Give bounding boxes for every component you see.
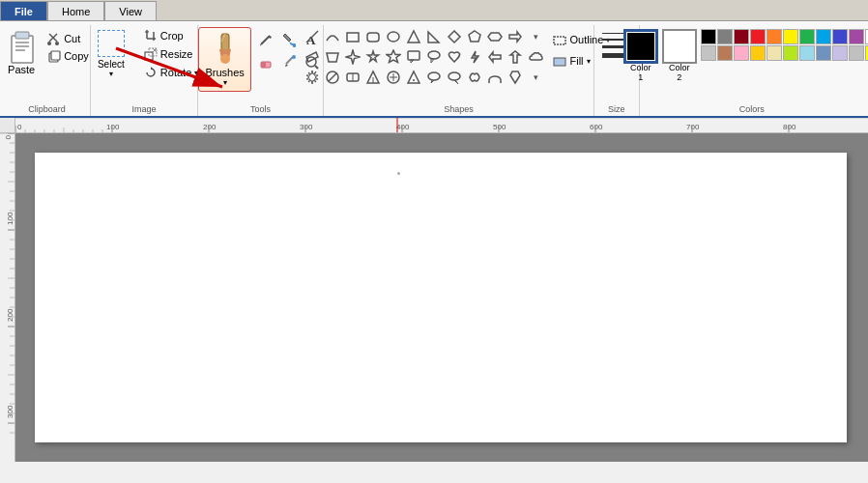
- color1-box: [623, 29, 658, 64]
- shape-extra9[interactable]: [465, 68, 484, 87]
- size-group-label: Size: [594, 104, 639, 114]
- more-shapes[interactable]: ▾: [526, 27, 545, 46]
- curved-callout[interactable]: [445, 68, 464, 87]
- crop-label: Crop: [160, 30, 184, 42]
- callout-oval-shape[interactable]: [424, 47, 444, 67]
- callout-cloud[interactable]: [526, 47, 545, 67]
- svg-point-8: [55, 42, 59, 45]
- triangle-shape[interactable]: [404, 27, 423, 46]
- shape-extra6[interactable]: [404, 68, 423, 87]
- arrow-left-shape[interactable]: [485, 47, 505, 67]
- brushes-arrow: ▾: [223, 78, 227, 87]
- shape-extra11[interactable]: [506, 68, 525, 87]
- right-triangle-shape[interactable]: [424, 27, 444, 46]
- lightning-shape[interactable]: [465, 47, 484, 67]
- color-purple-dark[interactable]: [849, 29, 864, 44]
- tab-home[interactable]: Home: [47, 1, 104, 20]
- color-orange-dark[interactable]: [750, 29, 766, 44]
- cut-label: Cut: [64, 33, 80, 44]
- fill-tool-button[interactable]: [278, 29, 300, 50]
- svg-marker-43: [469, 31, 480, 42]
- svg-line-60: [329, 73, 336, 81]
- svg-text:200: 200: [6, 308, 14, 322]
- shape-extra3[interactable]: [343, 68, 362, 87]
- clipboard-group: Paste Cut: [4, 25, 91, 116]
- color-red2[interactable]: [734, 45, 749, 61]
- speech-bubble[interactable]: [424, 68, 444, 87]
- 4star-shape[interactable]: [343, 47, 362, 67]
- color-indigo-dark[interactable]: [832, 29, 848, 44]
- select-button[interactable]: Select ▾: [87, 27, 135, 81]
- canvas-scroll-area[interactable]: [15, 133, 868, 462]
- color-black[interactable]: [701, 29, 716, 44]
- pentagon-shape[interactable]: [465, 27, 484, 46]
- no-symbol[interactable]: [323, 68, 342, 87]
- line-shape[interactable]: [303, 27, 322, 46]
- svg-point-22: [220, 54, 230, 64]
- color-pink2[interactable]: [849, 45, 864, 61]
- crop-button[interactable]: Crop: [141, 28, 201, 43]
- color-picker-button[interactable]: [278, 52, 300, 73]
- svg-marker-52: [411, 60, 414, 63]
- copy-button[interactable]: Copy: [44, 48, 92, 64]
- svg-marker-50: [387, 50, 400, 63]
- color-yellow2[interactable]: [767, 45, 782, 61]
- select-label: Select: [98, 59, 125, 70]
- callout-rect-shape[interactable]: [404, 47, 423, 67]
- 8star-shape[interactable]: [303, 68, 322, 87]
- svg-text:100: 100: [106, 123, 120, 131]
- shape-extra4[interactable]: [363, 68, 383, 87]
- resize-button[interactable]: Resize: [141, 46, 201, 62]
- 5star-shape[interactable]: [363, 47, 383, 67]
- color-green-dark[interactable]: [783, 29, 798, 44]
- paste-button[interactable]: Paste: [2, 27, 41, 77]
- arrow-up-shape[interactable]: [506, 47, 525, 67]
- eraser-button[interactable]: [255, 52, 276, 73]
- svg-marker-45: [509, 32, 521, 42]
- color1-swatch[interactable]: Color1: [623, 29, 658, 83]
- color-blue2[interactable]: [816, 45, 831, 61]
- color-teal-dark[interactable]: [799, 29, 815, 44]
- shape-extra5[interactable]: [384, 68, 403, 87]
- more-shapes-2[interactable]: ▾: [526, 68, 545, 87]
- color-green2[interactable]: [783, 45, 798, 61]
- rect-shape[interactable]: [343, 27, 362, 46]
- canvas-paper[interactable]: [35, 153, 847, 442]
- svg-rect-27: [293, 43, 296, 47]
- color-blue-dark[interactable]: [816, 29, 831, 44]
- heart-shape[interactable]: [445, 47, 464, 67]
- tab-file[interactable]: File: [0, 1, 47, 20]
- rulers-row: // Can't use script inside SVG easily, w…: [0, 118, 868, 133]
- color-orange2[interactable]: [750, 45, 766, 61]
- ellipse-shape[interactable]: [384, 27, 403, 46]
- svg-text:0: 0: [17, 123, 22, 131]
- pencil-button[interactable]: [255, 29, 276, 50]
- shape-extra10[interactable]: [485, 68, 505, 87]
- select-icon: [98, 30, 125, 57]
- hexagon-shape[interactable]: [485, 27, 505, 46]
- parallelogram-shape[interactable]: [303, 47, 322, 67]
- color2-swatch[interactable]: Color2: [662, 29, 697, 83]
- color-gray2[interactable]: [717, 45, 733, 61]
- eraser-icon: [258, 55, 274, 71]
- trapezoid-shape[interactable]: [323, 47, 342, 67]
- color-lgray[interactable]: [701, 45, 716, 61]
- color-teal2[interactable]: [799, 45, 815, 61]
- color-yellow-dark[interactable]: [767, 29, 782, 44]
- canvas-dot: [397, 172, 400, 175]
- rotate-button[interactable]: Rotate ▾: [141, 65, 201, 80]
- tab-view[interactable]: View: [104, 1, 157, 20]
- pencil-icon: [258, 32, 274, 47]
- diamond-shape[interactable]: [445, 27, 464, 46]
- svg-marker-47: [327, 53, 338, 62]
- cut-button[interactable]: Cut: [44, 31, 92, 46]
- 6star-shape[interactable]: [384, 47, 403, 67]
- color-dgray[interactable]: [717, 29, 733, 44]
- ribbon: Paste Cut: [0, 21, 868, 118]
- arrow-right-shape[interactable]: [506, 27, 525, 46]
- brushes-button[interactable]: Brushes ▾: [198, 27, 250, 92]
- color-red-dark[interactable]: [734, 29, 749, 44]
- curve-shape[interactable]: [323, 27, 342, 46]
- color-indigo2[interactable]: [832, 45, 848, 61]
- rounded-rect-shape[interactable]: [363, 27, 383, 46]
